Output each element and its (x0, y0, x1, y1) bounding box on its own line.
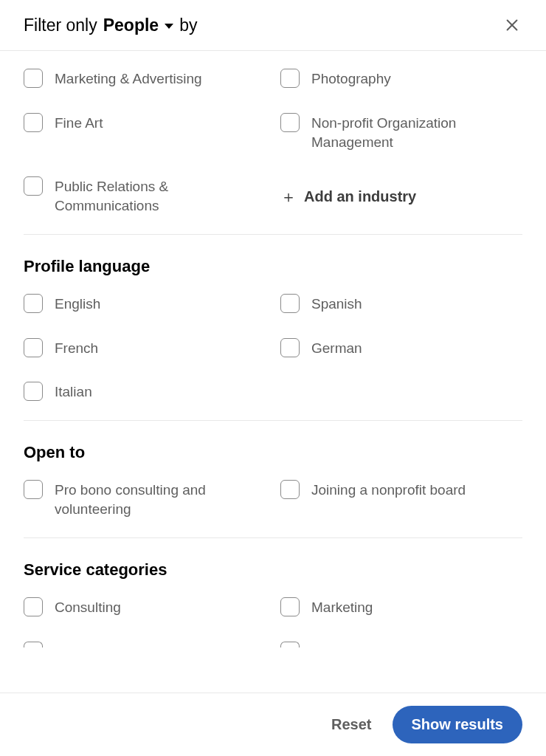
industry-section: Marketing & Advertising Photography Fine… (24, 51, 522, 235)
filter-header: Filter only People by (0, 0, 546, 51)
header-title: Filter only People by (24, 16, 197, 35)
industry-option[interactable]: Fine Art (24, 113, 266, 153)
checkbox-icon (24, 642, 43, 647)
open-to-option[interactable]: Pro bono consulting and volunteering (24, 480, 266, 520)
option-label: Italian (55, 382, 92, 402)
add-label: Add an industry (304, 188, 416, 205)
filter-content: Marketing & Advertising Photography Fine… (0, 51, 546, 689)
language-option[interactable]: Spanish (280, 294, 522, 315)
filter-type-dropdown[interactable]: People (103, 16, 173, 35)
section-title: Open to (24, 443, 522, 462)
industry-option[interactable]: Non-profit Organization Management (280, 113, 522, 153)
section-title: Profile language (24, 257, 522, 276)
checkbox-icon (280, 69, 300, 88)
reset-button[interactable]: Reset (331, 716, 371, 733)
show-results-button[interactable]: Show results (393, 706, 522, 743)
section-title: Service categories (24, 560, 522, 580)
language-option[interactable]: French (24, 338, 266, 359)
checkbox-icon (24, 113, 43, 132)
option-label: Marketing (311, 597, 373, 618)
option-label: Non-profit Organization Management (311, 113, 522, 153)
service-option-partial[interactable] (24, 642, 266, 647)
service-options: Consulting Marketing (24, 597, 522, 647)
profile-language-section: Profile language English Spanish French … (24, 235, 522, 421)
checkbox-icon (280, 338, 300, 357)
option-label: Consulting (55, 597, 121, 618)
dropdown-label: People (103, 16, 159, 35)
option-label: French (55, 338, 98, 359)
language-option[interactable]: English (24, 294, 266, 315)
checkbox-icon (24, 480, 43, 499)
plus-icon: ＋ (280, 186, 297, 208)
language-options: English Spanish French German Italian (24, 294, 522, 402)
industry-option[interactable]: Photography (280, 69, 522, 89)
checkbox-icon (24, 382, 43, 401)
header-prefix: Filter only (24, 16, 97, 35)
add-industry-button[interactable]: ＋ Add an industry (280, 176, 522, 216)
checkbox-icon (24, 338, 43, 357)
checkbox-icon (280, 642, 300, 647)
checkbox-icon (280, 597, 300, 616)
checkbox-icon (24, 597, 43, 616)
industry-options: Marketing & Advertising Photography Fine… (24, 69, 522, 216)
service-option[interactable]: Marketing (280, 597, 522, 618)
checkbox-icon (24, 69, 43, 88)
checkbox-icon (280, 294, 300, 313)
open-to-option[interactable]: Joining a nonprofit board (280, 480, 522, 520)
option-label: Spanish (311, 294, 362, 315)
header-suffix: by (179, 16, 197, 35)
option-label: English (55, 294, 100, 315)
service-option[interactable]: Consulting (24, 597, 266, 618)
option-label: Joining a nonprofit board (311, 480, 466, 501)
close-button[interactable] (502, 15, 522, 35)
language-option[interactable]: German (280, 338, 522, 359)
filter-footer: Reset Show results (0, 693, 546, 756)
checkbox-icon (24, 294, 43, 313)
option-label: Pro bono consulting and volunteering (55, 480, 266, 520)
service-categories-section: Service categories Consulting Marketing (24, 538, 522, 659)
open-to-options: Pro bono consulting and volunteering Joi… (24, 480, 522, 520)
checkbox-icon (24, 176, 43, 196)
option-label: Marketing & Advertising (55, 69, 202, 89)
open-to-section: Open to Pro bono consulting and voluntee… (24, 421, 522, 538)
caret-down-icon (165, 24, 173, 29)
close-icon (504, 17, 520, 33)
checkbox-icon (280, 113, 300, 132)
option-label: Photography (311, 69, 391, 89)
checkbox-icon (280, 480, 300, 499)
industry-option[interactable]: Public Relations & Communications (24, 176, 266, 216)
industry-option[interactable]: Marketing & Advertising (24, 69, 266, 89)
option-label: Public Relations & Communications (55, 176, 266, 216)
language-option[interactable]: Italian (24, 382, 266, 402)
service-option-partial[interactable] (280, 642, 522, 647)
option-label: Fine Art (55, 113, 103, 134)
option-label: German (311, 338, 362, 359)
